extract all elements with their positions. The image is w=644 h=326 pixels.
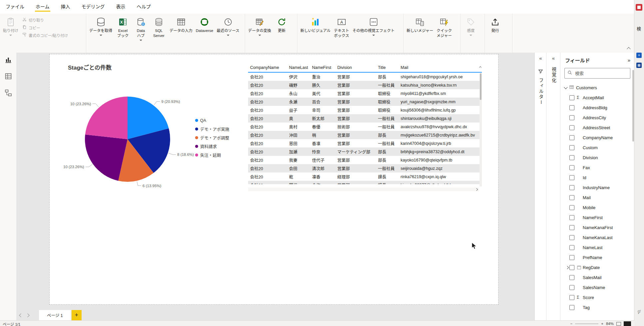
field-item-IndustryName[interactable]: IndustryName	[560, 182, 634, 192]
field-checkbox[interactable]	[569, 295, 574, 300]
report-view-button[interactable]	[4, 55, 13, 64]
ribbon-button-quick-measure[interactable]: クイックメジャー	[435, 16, 454, 39]
field-item-RegDate[interactable]: RegDate	[560, 262, 634, 272]
field-item-PrefName[interactable]: PrefName	[560, 252, 634, 262]
field-checkbox[interactable]	[569, 115, 574, 120]
menu-tab-4[interactable]: 表示	[111, 0, 131, 14]
report-page[interactable]: Stageごとの件数 9 (20.93%)8 (18.6%)6 (13.95%)…	[49, 54, 498, 305]
field-checkbox[interactable]	[569, 195, 574, 200]
field-item-Custom[interactable]: Custom	[560, 143, 634, 153]
field-item-CompanyName[interactable]: CompanyName	[560, 133, 634, 143]
fields-search-box[interactable]	[564, 68, 630, 79]
field-item-AddressBldg[interactable]: AddressBldg	[560, 103, 634, 113]
field-item-Mobile[interactable]: Mobile	[560, 202, 634, 212]
menu-tab-3[interactable]: モデリング	[76, 0, 111, 14]
column-header-NameFirst[interactable]: NameFirst	[310, 65, 335, 70]
legend-item[interactable]: デモ・アポ調整	[195, 135, 229, 141]
field-checkbox[interactable]	[569, 235, 574, 240]
ribbon-button-recent-sources[interactable]: 最近のソース	[215, 16, 241, 37]
field-checkbox[interactable]	[569, 245, 574, 250]
ribbon-button-enter-data[interactable]: データの入力	[168, 16, 194, 34]
legend-item[interactable]: デモ・アポ実施	[195, 126, 229, 132]
app-icon[interactable]	[636, 4, 642, 11]
zoom-out-icon[interactable]: −	[570, 322, 573, 326]
column-header-NameLast[interactable]: NameLast	[287, 65, 310, 70]
field-checkbox[interactable]	[569, 255, 574, 260]
field-item-AcceptMail[interactable]: ΣAcceptMail	[560, 93, 634, 103]
model-view-button[interactable]	[4, 89, 13, 97]
field-checkbox[interactable]	[569, 155, 574, 160]
ribbon-button-publish[interactable]: 発行	[486, 16, 504, 34]
table-visual[interactable]: CompanyNameNameLastNameFirstDivisionTitl…	[248, 63, 482, 191]
chevron-down-icon[interactable]	[564, 85, 567, 89]
legend-item[interactable]: 失注・延期	[195, 152, 229, 158]
next-page-button[interactable]	[26, 313, 29, 317]
column-header-Division[interactable]: Division	[335, 65, 376, 70]
expand-visualizations-icon[interactable]: «	[546, 53, 560, 61]
ribbon-button-cut[interactable]: 切り取り	[21, 16, 69, 24]
field-checkbox[interactable]	[569, 165, 574, 170]
ribbon-button-format-painter[interactable]: 書式のコピー/貼り付け	[21, 31, 69, 39]
field-item-NameKanaFirst[interactable]: NameKanaFirst	[560, 222, 634, 232]
scrollbar-thumb[interactable]	[480, 73, 482, 100]
blue-app-icon[interactable]: +	[636, 53, 642, 58]
collapse-fields-icon[interactable]: »	[628, 58, 630, 63]
ribbon-button-copy[interactable]: コピー	[21, 24, 69, 31]
table-vertical-scrollbar[interactable]	[480, 73, 482, 186]
field-checkbox[interactable]	[569, 265, 574, 270]
field-item-NameKanaLast[interactable]: NameKanaLast	[560, 232, 634, 242]
search-input[interactable]	[574, 71, 626, 76]
column-header-CompanyName[interactable]: CompanyName	[248, 65, 287, 70]
field-item-AddressStreet[interactable]: AddressStreet	[560, 123, 634, 133]
column-header-Title[interactable]: Title	[376, 65, 399, 70]
ribbon-button-text-box[interactable]: Aテキストボックス	[332, 16, 351, 39]
zoom-in-icon[interactable]: +	[601, 322, 603, 326]
ribbon-button-get-data[interactable]: データを取得	[88, 16, 114, 37]
ribbon-button-more-visuals[interactable]: その他の視覚エフェクト	[351, 16, 397, 37]
field-checkbox[interactable]	[569, 215, 574, 220]
field-checkbox[interactable]	[569, 175, 574, 180]
fit-to-page-icon[interactable]	[616, 322, 621, 326]
ribbon-collapse-button[interactable]	[626, 46, 632, 51]
data-view-button[interactable]	[4, 72, 13, 81]
ribbon-button-new-visual[interactable]: 新しいビジュアル	[299, 16, 332, 34]
field-checkbox[interactable]	[569, 185, 574, 190]
field-checkbox[interactable]	[569, 145, 574, 150]
add-page-button[interactable]: +	[72, 310, 82, 320]
field-item-Score[interactable]: ΣScore	[560, 292, 634, 302]
page-tab[interactable]: ページ 1	[39, 310, 71, 320]
field-item-Tag[interactable]: Tag	[560, 302, 634, 312]
expand-filters-icon[interactable]: «	[535, 53, 546, 61]
ribbon-button-transform-data[interactable]: データの変換	[246, 16, 273, 37]
pie-slice[interactable]	[85, 97, 128, 139]
legend-item[interactable]: QA	[195, 118, 229, 123]
field-checkbox[interactable]	[569, 205, 574, 210]
ribbon-button-excel-workbook[interactable]: XExcelブック	[114, 16, 132, 39]
field-item-Id[interactable]: Id	[560, 172, 634, 182]
field-item-AddressCity[interactable]: AddressCity	[560, 113, 634, 123]
field-item-Mail[interactable]: Mail	[560, 192, 634, 202]
field-item-NameLast[interactable]: NameLast	[560, 242, 634, 252]
ribbon-button-sql-server[interactable]: SQLServer	[150, 16, 168, 39]
menu-tab-5[interactable]: ヘルプ	[131, 0, 157, 14]
field-item-SalesMail[interactable]: SalesMail	[560, 272, 634, 282]
filters-pane-collapsed[interactable]: « フィルター	[534, 53, 546, 320]
field-checkbox[interactable]	[569, 135, 574, 140]
ribbon-button-dataverse[interactable]: Dataverse	[194, 16, 215, 34]
field-checkbox[interactable]	[569, 285, 574, 290]
ribbon-button-refresh[interactable]: 更新	[273, 16, 291, 34]
table-horizontal-scrollbar[interactable]	[248, 187, 479, 191]
field-checkbox[interactable]	[569, 125, 574, 130]
visualizations-pane-collapsed[interactable]: « 視覚化	[546, 53, 560, 320]
ribbon-button-paste[interactable]: 貼り付け	[1, 16, 20, 37]
field-item-SalesName[interactable]: SalesName	[560, 282, 634, 292]
menu-tab-1[interactable]: ホーム	[30, 0, 55, 14]
zoom-slider[interactable]	[575, 324, 598, 324]
table-scroll-up-icon[interactable]	[479, 65, 482, 68]
field-checkbox[interactable]	[569, 275, 574, 280]
legend-item[interactable]: 資料請求	[195, 144, 229, 149]
field-checkbox[interactable]	[569, 95, 574, 100]
ribbon-button-sensitivity[interactable]: 感度	[462, 16, 480, 37]
menu-tab-2[interactable]: 挿入	[55, 0, 76, 14]
table-node-customers[interactable]: Customers	[560, 83, 634, 92]
